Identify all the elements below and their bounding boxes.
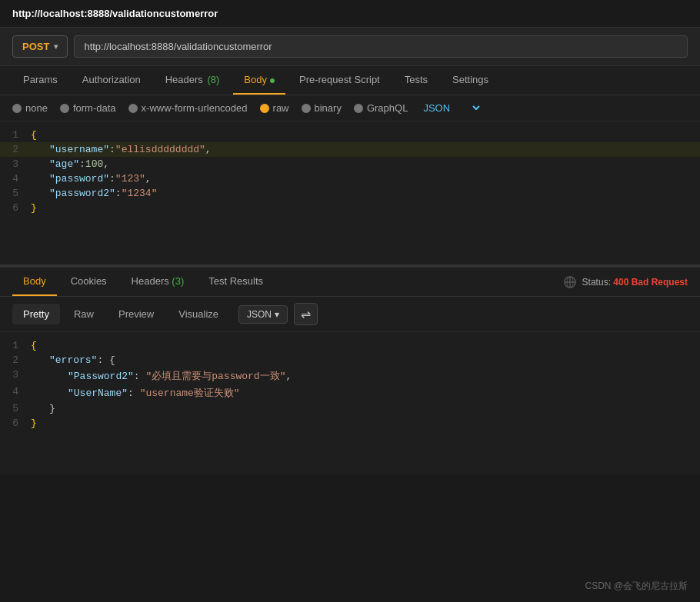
tab-settings[interactable]: Settings [442, 66, 499, 95]
req-line-3: 3 "age":100, [0, 157, 700, 171]
radio-circle-raw [260, 104, 269, 113]
radio-circle-urlencoded [128, 104, 138, 113]
resp-tab-test-results[interactable]: Test Results [198, 268, 274, 296]
response-code-editor: 1 { 2 "errors": { 3 "Password2": "必填且需要与… [0, 332, 700, 474]
url-bar: POST ▾ [0, 28, 700, 66]
response-section: Body Cookies Headers (3) Test Results St… [0, 268, 700, 474]
resp-format-button[interactable]: JSON ▾ [238, 305, 288, 324]
req-line-4: 4 "password":"123", [0, 171, 700, 186]
resp-line-6: 6 } [0, 416, 700, 431]
req-line-6: 6 } [0, 201, 700, 215]
tab-tests[interactable]: Tests [394, 66, 438, 95]
tab-params[interactable]: Params [12, 66, 68, 95]
req-line-5: 5 "password2":"1234" [0, 186, 700, 201]
radio-x-www-form-urlencoded[interactable]: x-www-form-urlencoded [128, 102, 248, 114]
radio-circle-form-data [60, 104, 69, 113]
response-tab-nav: Body Cookies Headers (3) Test Results St… [0, 268, 700, 297]
radio-circle-none [12, 104, 22, 113]
method-label: POST [22, 41, 49, 52]
req-line-2: 2 "username":"ellisdddddddd", [0, 142, 700, 157]
resp-tab-body[interactable]: Body [12, 268, 57, 296]
status-badge: 400 Bad Request [613, 277, 688, 288]
raw-format-select[interactable]: JSON Text JavaScript HTML XML [420, 101, 482, 115]
globe-icon [564, 276, 576, 288]
body-dot [270, 78, 275, 83]
tab-prerequest[interactable]: Pre-request Script [288, 66, 391, 95]
resp-wrap-button[interactable]: ⇌ [294, 303, 318, 325]
resp-tab-cookies[interactable]: Cookies [60, 268, 118, 296]
request-code-editor[interactable]: 1 { 2 "username":"ellisdddddddd", 3 "age… [0, 121, 700, 268]
resp-line-3: 3 "Password2": "必填且需要与password一致", [0, 368, 700, 384]
body-type-bar: none form-data x-www-form-urlencoded raw… [0, 95, 700, 121]
method-chevron: ▾ [54, 42, 58, 51]
resp-line-1: 1 { [0, 338, 700, 353]
radio-binary[interactable]: binary [302, 102, 342, 114]
resp-body-tab-preview[interactable]: Preview [108, 304, 165, 324]
radio-graphql[interactable]: GraphQL [354, 102, 408, 114]
request-tab-nav: Params Authorization Headers (8) Body Pr… [0, 66, 700, 95]
resp-tab-headers[interactable]: Headers (3) [121, 268, 195, 296]
resp-body-tab-visualize[interactable]: Visualize [168, 304, 229, 324]
method-button[interactable]: POST ▾ [12, 35, 68, 58]
resp-line-5: 5 } [0, 401, 700, 416]
radio-raw[interactable]: raw [260, 102, 289, 114]
watermark: CSDN @会飞的尼古拉斯 [585, 580, 688, 593]
req-line-1: 1 { [0, 128, 700, 142]
resp-body-tab-pretty[interactable]: Pretty [12, 304, 60, 324]
radio-form-data[interactable]: form-data [60, 102, 116, 114]
radio-circle-binary [302, 104, 311, 113]
response-status: Status: 400 Bad Request [564, 276, 688, 288]
tab-headers[interactable]: Headers (8) [155, 66, 231, 95]
radio-circle-graphql [354, 104, 363, 113]
response-toolbar: Pretty Raw Preview Visualize JSON ▾ ⇌ [0, 297, 700, 332]
radio-none[interactable]: none [12, 102, 48, 114]
title-bar: http://localhost:8888/validationcustomer… [0, 0, 700, 28]
tab-body[interactable]: Body [233, 66, 285, 95]
tab-authorization[interactable]: Authorization [72, 66, 152, 95]
resp-line-2: 2 "errors": { [0, 353, 700, 368]
resp-line-4: 4 "UserName": "username验证失败" [0, 384, 700, 401]
resp-body-tab-raw[interactable]: Raw [63, 304, 105, 324]
url-input[interactable] [74, 35, 688, 58]
title-url: http://localhost:8888/validationcustomer… [12, 8, 218, 19]
